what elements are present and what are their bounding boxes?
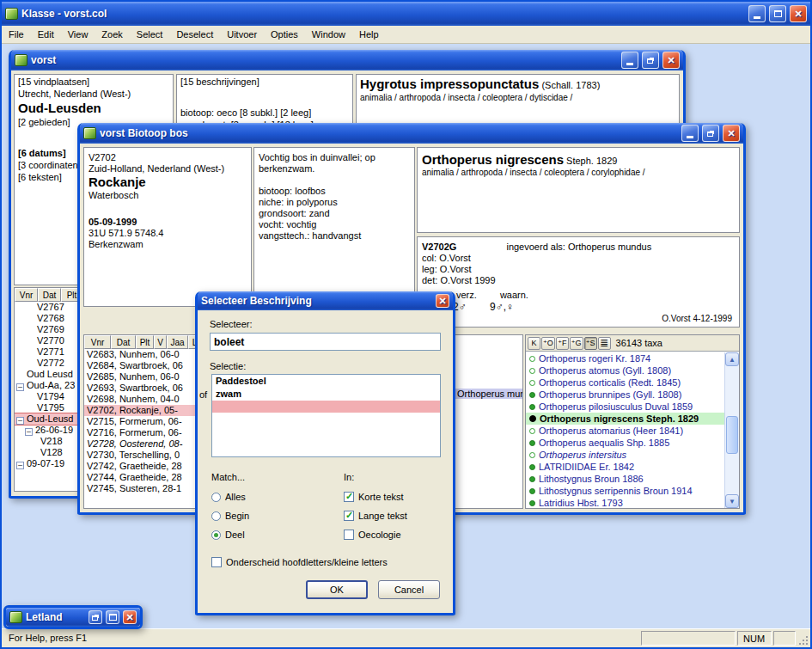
list-item[interactable]: Orthoperus rogeri Kr. 1874 xyxy=(526,352,724,364)
menu-file[interactable]: File xyxy=(2,27,31,42)
rank-g-button[interactable]: ⁺G xyxy=(570,337,583,350)
tree-item[interactable]: V2769 xyxy=(15,324,82,335)
list-item[interactable]: Latridius Hbst. 1793 xyxy=(526,497,724,508)
list-item[interactable]: Orthoperus aequalis Shp. 1885 xyxy=(526,437,724,449)
maximize-button[interactable] xyxy=(769,5,786,22)
tree-item[interactable]: V1794 xyxy=(15,391,82,402)
tree-item[interactable]: V128 xyxy=(15,447,82,458)
menu-help[interactable]: Help xyxy=(352,27,386,42)
list-item[interactable]: Orthoperus pilosiusculus Duval 1859 xyxy=(526,401,724,413)
habitat-niche: niche: in polyporus xyxy=(254,196,414,207)
list-item[interactable]: Lithostygnus Broun 1886 xyxy=(526,473,724,485)
highlighted-description[interactable]: Orthoperus mundus xyxy=(455,389,523,399)
rank-f-button[interactable]: ⁺F xyxy=(556,337,569,350)
menu-zoek[interactable]: Zoek xyxy=(95,27,129,42)
list-item[interactable]: LATRIDIIDAE Er. 1842 xyxy=(526,461,724,473)
minimize-button[interactable] xyxy=(681,125,699,142)
menu-deselect[interactable]: Deselect xyxy=(169,27,220,42)
list-item[interactable]: Orthoperus atomus (Gyll. 1808) xyxy=(526,364,724,377)
col-vnr[interactable]: Vnr xyxy=(84,335,111,349)
tree-item[interactable]: V2771 xyxy=(15,346,82,358)
menu-opties[interactable]: Opties xyxy=(264,27,305,42)
rank-o-button[interactable]: ⁺O xyxy=(541,337,555,350)
taxon-label: Orthoperus aequalis Shp. 1885 xyxy=(539,437,669,449)
dialog-titlebar[interactable]: Selecteer Beschrijving xyxy=(198,291,453,310)
minimize-button[interactable] xyxy=(748,5,766,22)
selection-listbox[interactable]: Paddestoel zwam xyxy=(211,374,441,457)
menu-window[interactable]: Window xyxy=(305,27,352,42)
close-button[interactable] xyxy=(662,52,680,69)
tree-item[interactable]: Oud-Aa, 23 xyxy=(15,380,82,391)
menu-select[interactable]: Select xyxy=(130,27,170,42)
list-item[interactable]: Orthoperus brunnipes (Gyll. 1808) xyxy=(526,389,724,401)
restore-button[interactable] xyxy=(642,52,659,69)
waarn-label: waarn. xyxy=(500,290,528,300)
ok-button[interactable]: OK xyxy=(306,580,368,599)
tree-header-dat[interactable]: Dat xyxy=(38,288,61,302)
main-titlebar[interactable]: Klasse - vorst.col xyxy=(2,2,810,26)
minimize-button[interactable] xyxy=(621,52,638,69)
status-bar: For Help, press F1 NUM xyxy=(2,628,810,647)
collapse-icon[interactable] xyxy=(16,383,24,391)
tree-item-selected[interactable]: Oud-Leusd xyxy=(15,413,82,425)
rank-k-button[interactable]: K xyxy=(528,337,540,350)
check-korte-tekst[interactable]: Korte tekst xyxy=(344,491,404,503)
col-jaa[interactable]: Jaa xyxy=(167,335,188,349)
tree-item[interactable]: 09-07-19 xyxy=(15,458,82,469)
col-v[interactable]: V xyxy=(154,335,167,349)
tree-item[interactable]: V2770 xyxy=(15,335,82,346)
tree-item[interactable]: V2768 xyxy=(15,313,82,324)
search-input[interactable] xyxy=(210,333,441,351)
taxa-scrollbar[interactable] xyxy=(724,352,739,508)
letland-titlebar[interactable]: Letland xyxy=(6,608,140,627)
check-case-sensitive[interactable]: Onderscheid hoofdletters/kleine letters xyxy=(211,556,388,568)
restore-button[interactable] xyxy=(702,125,719,142)
check-lange-tekst[interactable]: Lange tekst xyxy=(344,510,407,522)
radio-deel[interactable]: Deel xyxy=(211,529,245,541)
biotoop-titlebar[interactable]: vorst Biotoop bos xyxy=(80,123,743,144)
listbox-option[interactable]: Paddestoel xyxy=(212,375,440,388)
collapse-icon[interactable] xyxy=(25,428,33,436)
taxon-status-icon xyxy=(529,368,535,374)
list-view-button[interactable] xyxy=(598,337,611,350)
close-button[interactable] xyxy=(790,5,807,22)
vorst-titlebar[interactable]: vorst xyxy=(11,50,683,70)
radio-alles[interactable]: Alles xyxy=(211,491,246,503)
close-button[interactable] xyxy=(436,294,449,308)
check-oecologie[interactable]: Oecologie xyxy=(344,529,401,541)
list-item[interactable]: Orthoperus corticalis (Redt. 1845) xyxy=(526,377,724,389)
list-item-selected[interactable]: Orthoperus nigrescens Steph. 1829 xyxy=(526,413,724,425)
collapse-icon[interactable] xyxy=(16,417,24,425)
list-item[interactable]: Orthoperus atomarius (Heer 1841) xyxy=(526,425,724,437)
rank-s-button[interactable]: ⁺S xyxy=(584,337,597,350)
menu-edit[interactable]: Edit xyxy=(31,27,61,42)
restore-button[interactable] xyxy=(89,610,102,624)
tree-header-vnr[interactable]: Vnr xyxy=(15,288,38,302)
menu-view[interactable]: View xyxy=(61,27,95,42)
scroll-thumb[interactable] xyxy=(726,416,738,454)
tree-item[interactable]: V2772 xyxy=(15,358,82,369)
tree-item[interactable]: Oud Leusd xyxy=(15,369,82,380)
menu-uitvoer[interactable]: Uitvoer xyxy=(220,27,264,42)
app-icon xyxy=(9,611,22,623)
list-item[interactable]: Lithostygnus serripennis Broun 1914 xyxy=(526,485,724,497)
close-button[interactable] xyxy=(123,610,137,624)
listbox-option-highlight[interactable] xyxy=(212,401,440,413)
list-item[interactable]: Orthoperus intersitus xyxy=(526,449,724,461)
tree-item[interactable]: V218 xyxy=(15,436,82,447)
close-button[interactable] xyxy=(723,125,740,142)
tree-item[interactable]: 26-06-19 xyxy=(15,425,82,436)
listbox-option[interactable]: zwam xyxy=(212,388,440,401)
scroll-up-icon[interactable] xyxy=(725,352,739,366)
scroll-track[interactable] xyxy=(725,366,739,494)
cancel-button[interactable]: Cancel xyxy=(378,580,440,599)
tree-item[interactable]: V2767 xyxy=(15,302,82,313)
col-dat[interactable]: Dat xyxy=(111,335,136,349)
radio-begin[interactable]: Begin xyxy=(211,510,249,522)
col-plt[interactable]: Plt xyxy=(136,335,154,349)
resize-grip[interactable] xyxy=(797,629,810,647)
tree-item[interactable]: V1795 xyxy=(15,402,82,413)
scroll-down-icon[interactable] xyxy=(725,494,739,508)
maximize-button[interactable] xyxy=(106,610,119,624)
collapse-icon[interactable] xyxy=(16,462,24,469)
